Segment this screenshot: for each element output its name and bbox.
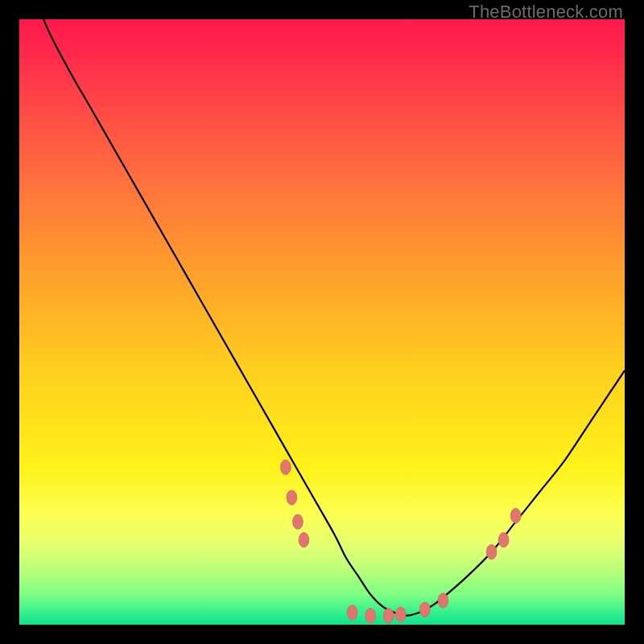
chart-frame: TheBottleneck.com — [0, 0, 644, 644]
data-marker — [293, 514, 303, 529]
data-marker — [510, 508, 521, 522]
data-marker — [486, 545, 497, 559]
data-marker — [383, 609, 394, 623]
data-marker — [299, 533, 309, 547]
markers-group — [280, 460, 521, 623]
data-marker — [287, 490, 297, 505]
bottleneck-curve — [19, 19, 625, 616]
data-marker — [365, 609, 376, 623]
data-marker — [438, 593, 448, 608]
data-marker — [419, 602, 430, 617]
data-marker — [498, 533, 509, 547]
data-marker — [280, 460, 291, 474]
curve-layer — [19, 19, 625, 625]
data-marker — [347, 605, 357, 620]
plot-area — [19, 19, 625, 625]
data-marker — [395, 607, 406, 621]
